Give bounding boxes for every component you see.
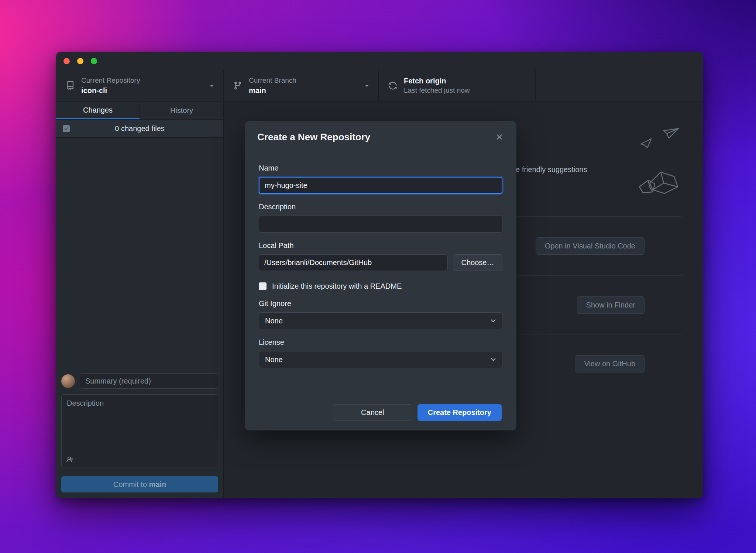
current-repository-text: Current Repository icon-cli xyxy=(81,76,140,95)
repository-name-input[interactable] xyxy=(259,177,502,194)
commit-composer: Commit to main xyxy=(56,368,223,498)
chevron-down-icon xyxy=(209,82,215,89)
minimize-window-button[interactable] xyxy=(77,58,83,64)
commit-button[interactable]: Commit to main xyxy=(61,476,218,492)
changes-sidebar: Changes History 0 changed files xyxy=(56,102,224,498)
close-icon[interactable] xyxy=(495,133,504,141)
tab-changes[interactable]: Changes xyxy=(56,102,140,119)
create-repository-dialog: Create a New Repository Name Description… xyxy=(245,121,516,430)
chevron-down-icon xyxy=(489,356,497,363)
readme-checkbox[interactable] xyxy=(259,282,267,290)
current-repository-label: Current Repository xyxy=(81,76,140,85)
dialog-header: Create a New Repository xyxy=(245,121,516,153)
current-branch-label: Current Branch xyxy=(249,76,296,85)
repo-icon xyxy=(66,81,75,90)
github-desktop-window: Current Repository icon-cli Current Bran… xyxy=(56,52,703,498)
select-all-checkbox[interactable] xyxy=(63,125,70,132)
dialog-body: Name Description Local Path Choose… Init… xyxy=(245,153,516,368)
view-on-github-button[interactable]: View on GitHub xyxy=(575,355,645,372)
git-ignore-label: Git Ignore xyxy=(259,299,502,308)
chevron-down-icon xyxy=(364,82,370,89)
changes-list-empty xyxy=(56,138,223,368)
suggestions-text: e friendly suggestions xyxy=(516,165,587,174)
close-window-button[interactable] xyxy=(63,58,70,64)
fetch-origin-subtitle: Last fetched just now xyxy=(404,86,470,95)
cancel-button[interactable]: Cancel xyxy=(333,404,412,421)
toolbar: Current Repository icon-cli Current Bran… xyxy=(56,70,703,102)
current-repository-value: icon-cli xyxy=(81,86,140,95)
dialog-footer: Cancel Create Repository xyxy=(245,395,516,430)
description-label: Description xyxy=(259,203,502,211)
open-in-vscode-button[interactable]: Open in Visual Studio Code xyxy=(536,237,645,255)
window-controls xyxy=(56,52,703,64)
name-label: Name xyxy=(259,164,502,172)
current-branch-text: Current Branch main xyxy=(249,76,296,95)
toolbar-spacer xyxy=(536,70,703,101)
commit-button-prefix: Commit to xyxy=(113,480,149,488)
avatar xyxy=(61,374,75,388)
license-value: None xyxy=(265,356,283,364)
commit-summary-input[interactable] xyxy=(80,373,218,389)
fetch-origin-button[interactable]: Fetch origin Last fetched just now xyxy=(379,70,536,101)
license-select[interactable]: None xyxy=(259,351,502,368)
fetch-origin-title: Fetch origin xyxy=(404,76,470,85)
choose-path-button[interactable]: Choose… xyxy=(453,254,502,271)
chevron-down-icon xyxy=(489,317,497,324)
readme-checkbox-row: Initialize this repository with a README xyxy=(259,282,502,291)
commit-description-textarea[interactable] xyxy=(61,394,218,467)
tab-history[interactable]: History xyxy=(140,102,223,119)
create-repository-button[interactable]: Create Repository xyxy=(417,404,502,421)
local-path-input[interactable] xyxy=(259,254,448,271)
changed-files-count: 0 changed files xyxy=(115,124,165,133)
git-branch-icon xyxy=(233,81,242,90)
commit-button-branch: main xyxy=(149,480,166,488)
desktop-wallpaper: Current Repository icon-cli Current Bran… xyxy=(0,0,756,553)
git-ignore-value: None xyxy=(265,317,283,325)
current-branch-dropdown[interactable]: Current Branch main xyxy=(224,70,379,101)
titlebar[interactable] xyxy=(56,52,703,70)
readme-checkbox-label: Initialize this repository with a README xyxy=(272,282,402,291)
repository-description-input[interactable] xyxy=(259,216,502,233)
paper-stack-illustration xyxy=(605,128,687,202)
changed-files-row: 0 changed files xyxy=(56,120,223,138)
local-path-label: Local Path xyxy=(259,241,502,250)
license-label: License xyxy=(259,338,502,347)
dialog-title: Create a New Repository xyxy=(257,131,370,143)
current-repository-dropdown[interactable]: Current Repository icon-cli xyxy=(56,70,224,101)
fetch-origin-text: Fetch origin Last fetched just now xyxy=(404,76,470,95)
git-ignore-select[interactable]: None xyxy=(259,312,502,329)
zoom-window-button[interactable] xyxy=(91,58,97,64)
sync-icon xyxy=(388,81,397,90)
current-branch-value: main xyxy=(249,86,296,95)
add-coauthor-icon[interactable] xyxy=(66,456,75,464)
show-in-finder-button[interactable]: Show in Finder xyxy=(577,296,645,314)
sidebar-tabs: Changes History xyxy=(56,102,223,120)
